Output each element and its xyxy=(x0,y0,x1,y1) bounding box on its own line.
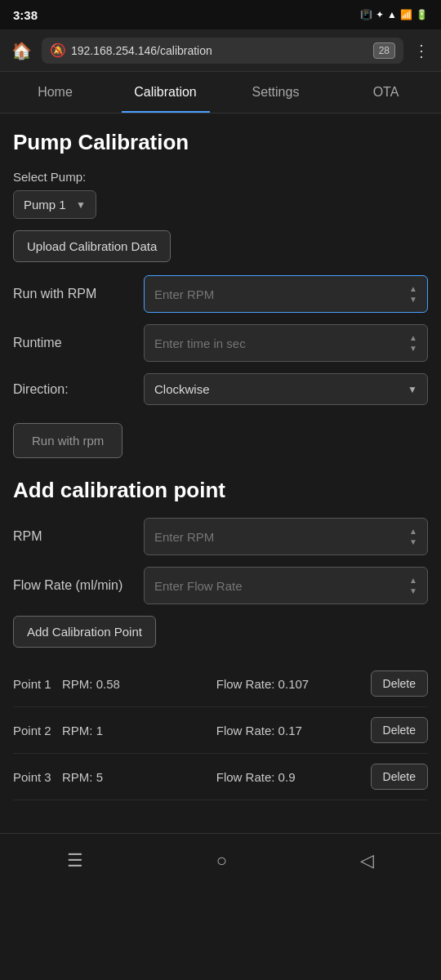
flow-rate-row: Flow Rate (ml/min) ▲ ▼ xyxy=(13,567,428,604)
calibration-rpm-input-wrapper[interactable]: ▲ ▼ xyxy=(144,518,428,555)
calibration-points-list: Point 1 RPM: 0.58 Flow Rate: 0.107 Delet… xyxy=(13,661,428,800)
run-with-rpm-row: Run with RPM ▲ ▼ xyxy=(13,275,428,313)
spinner-up-icon[interactable]: ▲ xyxy=(409,527,417,536)
runtime-input-wrapper[interactable]: ▲ ▼ xyxy=(144,324,428,362)
pump-selector[interactable]: Pump 1 Pump 2 Pump 3 ▼ xyxy=(13,190,96,219)
calibration-point-row: Point 3 RPM: 5 Flow Rate: 0.9 Delete xyxy=(13,754,428,800)
direction-selector[interactable]: Clockwise Counter-Clockwise ▼ xyxy=(144,373,428,405)
direction-select-input[interactable]: Clockwise Counter-Clockwise xyxy=(154,382,408,396)
point-label: Point 1 xyxy=(13,677,56,691)
run-with-rpm-button[interactable]: Run with rpm xyxy=(13,423,122,458)
delete-point-button[interactable]: Delete xyxy=(371,717,428,743)
flow-rate-input[interactable] xyxy=(154,579,409,593)
spinner-down-icon[interactable]: ▼ xyxy=(409,586,417,595)
calibration-rpm-row: RPM ▲ ▼ xyxy=(13,518,428,555)
status-time: 3:38 xyxy=(13,8,38,22)
bottom-back-button[interactable]: ◁ xyxy=(341,844,394,878)
browser-url-area[interactable]: 🔕 192.168.254.146/calibration 28 xyxy=(42,38,403,64)
delete-point-button[interactable]: Delete xyxy=(371,670,428,697)
point-label: Point 3 xyxy=(13,770,56,784)
point-flow-rate: Flow Rate: 0.107 xyxy=(216,677,364,691)
point-flow-rate: Flow Rate: 0.9 xyxy=(216,770,364,784)
browser-home-button[interactable]: 🏠 xyxy=(8,38,35,64)
runtime-input[interactable] xyxy=(154,336,409,350)
calibration-point-row: Point 1 RPM: 0.58 Flow Rate: 0.107 Delet… xyxy=(13,661,428,707)
rpm-spinner[interactable]: ▲ ▼ xyxy=(409,284,417,304)
runtime-row: Runtime ▲ ▼ xyxy=(13,324,428,362)
calibration-rpm-label: RPM xyxy=(13,529,144,544)
rpm-input[interactable] xyxy=(154,287,409,301)
spinner-down-icon[interactable]: ▼ xyxy=(409,344,417,353)
browser-bar: 🏠 🔕 192.168.254.146/calibration 28 ⋮ xyxy=(0,29,441,72)
bottom-home-button[interactable]: ○ xyxy=(197,844,247,878)
chevron-down-icon: ▼ xyxy=(408,384,417,395)
lock-icon: 🔕 xyxy=(50,42,66,58)
browser-menu-button[interactable]: ⋮ xyxy=(410,38,433,64)
point-rpm: RPM: 5 xyxy=(62,770,210,784)
chevron-down-icon: ▼ xyxy=(76,199,86,211)
calibration-rpm-input[interactable] xyxy=(154,530,409,544)
page-content: Pump Calibration Select Pump: Pump 1 Pum… xyxy=(0,114,441,817)
status-bar: 3:38 📳 ✦ ▲ 📶 🔋 xyxy=(0,0,441,29)
upload-calibration-button[interactable]: Upload Calibration Data xyxy=(13,230,171,262)
nav-item-ota[interactable]: OTA xyxy=(331,72,441,113)
nav-item-home[interactable]: Home xyxy=(0,72,110,113)
add-calibration-point-button[interactable]: Add Calibration Point xyxy=(13,616,156,648)
point-rpm: RPM: 1 xyxy=(62,724,210,737)
tab-count[interactable]: 28 xyxy=(373,42,395,59)
delete-point-button[interactable]: Delete xyxy=(371,764,428,790)
bluetooth-icon: ✦ xyxy=(376,9,384,20)
page-title: Pump Calibration xyxy=(13,130,428,155)
pump-select-input[interactable]: Pump 1 Pump 2 Pump 3 xyxy=(24,198,69,212)
flow-rate-input-wrapper[interactable]: ▲ ▼ xyxy=(144,567,428,604)
calibration-rpm-spinner[interactable]: ▲ ▼ xyxy=(409,527,417,546)
run-with-rpm-label: Run with RPM xyxy=(13,287,144,301)
spinner-down-icon[interactable]: ▼ xyxy=(409,537,417,546)
bottom-nav: ☰ ○ ◁ xyxy=(0,833,441,888)
rpm-input-wrapper[interactable]: ▲ ▼ xyxy=(144,275,428,313)
nav-item-settings[interactable]: Settings xyxy=(220,72,331,113)
spinner-up-icon[interactable]: ▲ xyxy=(409,284,417,293)
spinner-up-icon[interactable]: ▲ xyxy=(409,576,417,585)
flow-rate-spinner[interactable]: ▲ ▼ xyxy=(409,576,417,595)
point-rpm: RPM: 0.58 xyxy=(62,677,210,691)
point-label: Point 2 xyxy=(13,724,56,737)
direction-row: Direction: Clockwise Counter-Clockwise ▼ xyxy=(13,373,428,405)
nav-item-calibration[interactable]: Calibration xyxy=(110,72,220,113)
calibration-point-row: Point 2 RPM: 1 Flow Rate: 0.17 Delete xyxy=(13,707,428,754)
battery-icon: 🔋 xyxy=(416,9,428,20)
point-flow-rate: Flow Rate: 0.17 xyxy=(216,724,364,737)
runtime-spinner[interactable]: ▲ ▼ xyxy=(409,333,417,353)
status-icons: 📳 ✦ ▲ 📶 🔋 xyxy=(360,9,428,20)
spinner-up-icon[interactable]: ▲ xyxy=(409,333,417,342)
spinner-down-icon[interactable]: ▼ xyxy=(409,295,417,304)
add-calibration-title: Add calibration point xyxy=(13,478,428,503)
vibrate-icon: 📳 xyxy=(360,9,372,20)
flow-rate-label: Flow Rate (ml/min) xyxy=(13,578,144,593)
direction-label: Direction: xyxy=(13,382,144,397)
signal-icon: 📶 xyxy=(400,9,412,20)
nav-bar: Home Calibration Settings OTA xyxy=(0,72,441,114)
wifi-icon: ▲ xyxy=(387,9,397,20)
pump-select-label: Select Pump: xyxy=(13,170,428,184)
browser-url: 192.168.254.146/calibration xyxy=(71,44,368,57)
bottom-menu-button[interactable]: ☰ xyxy=(47,844,103,878)
runtime-label: Runtime xyxy=(13,336,144,350)
